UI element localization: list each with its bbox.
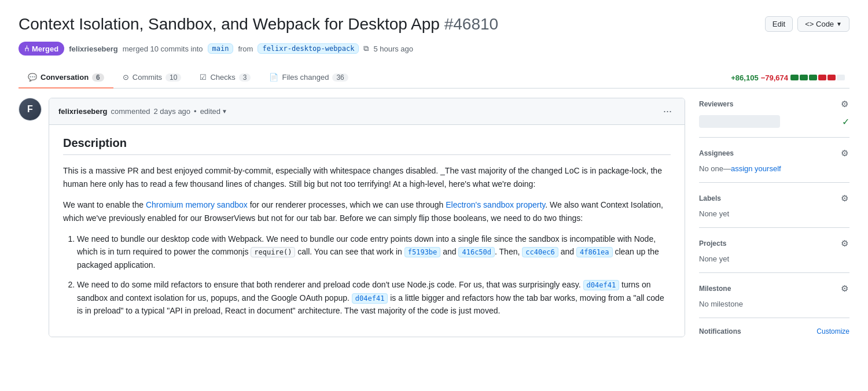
assign-yourself-link[interactable]: assign yourself [731, 164, 781, 173]
content-layout: F felixrieseberg commented 2 days ago • … [19, 98, 849, 345]
description-p2: We want to enable the Chromium memory sa… [63, 198, 671, 224]
edited-dropdown[interactable]: edited ▼ [200, 107, 227, 116]
merged-badge: ⑃ Merged [19, 42, 64, 56]
more-options-button[interactable]: ··· [660, 104, 675, 119]
milestone-value: No milestone [699, 300, 849, 308]
sidebar-projects-header: Projects ⚙ [699, 237, 849, 250]
head-branch-tag[interactable]: felixr-desktop-webpack [258, 43, 359, 54]
diff-bar [790, 75, 845, 80]
comment-body: Description This is a massive PR and bes… [49, 125, 685, 337]
chromium-sandbox-link[interactable]: Chromium memory sandbox [146, 200, 248, 209]
sidebar: Reviewers ⚙ ✓ Assignees ⚙ No one—assign … [699, 98, 849, 345]
pr-title: Context Isolation, Sandbox, and Webpack … [19, 14, 756, 35]
deletions-count: −79,674 [761, 73, 788, 82]
pr-meta-action: merged 10 commits into [123, 45, 203, 53]
description-title: Description [63, 137, 671, 155]
comment-meta-dot: • [194, 107, 197, 116]
conversation-count: 6 [92, 73, 104, 82]
labels-value: None yet [699, 209, 849, 218]
sidebar-milestone-header: Milestone ⚙ [699, 282, 849, 295]
assignees-value: No one—assign yourself [699, 164, 849, 173]
require-code: require() [251, 247, 295, 257]
diff-stats: +86,105 −79,674 [731, 73, 849, 82]
commit-416c50d[interactable]: 416c50d [458, 247, 495, 257]
list-item-2: We need to do some mild refactors to ens… [77, 278, 671, 317]
checks-count: 3 [239, 73, 251, 82]
files-count: 36 [332, 73, 348, 82]
comment-box: felixrieseberg commented 2 days ago • ed… [49, 98, 685, 337]
notifications-title: Notifications [699, 327, 741, 335]
pr-meta-author: felixrieseberg [69, 45, 118, 53]
description-p1: This is a massive PR and best enjoyed co… [63, 164, 671, 190]
diff-bar-seg-1 [790, 75, 799, 80]
diff-bar-seg-3 [809, 75, 817, 80]
sidebar-notifications: Notifications Customize [699, 318, 849, 345]
assignees-title: Assignees [699, 149, 734, 157]
sidebar-reviewers: Reviewers ⚙ ✓ [699, 98, 849, 138]
tab-files-label: Files changed [282, 73, 329, 82]
header-actions: Edit <> Code ▼ [765, 16, 849, 32]
sidebar-reviewers-header: Reviewers ⚙ [699, 98, 849, 110]
no-one-text: No one— [699, 164, 731, 173]
tab-checks[interactable]: ☑ Checks 3 [190, 67, 260, 88]
comment-author[interactable]: felixrieseberg [58, 107, 108, 116]
comment-header: felixrieseberg commented 2 days ago • ed… [49, 98, 685, 125]
chevron-down-icon: ▼ [222, 108, 227, 115]
pr-number: #46810 [444, 15, 498, 33]
sidebar-labels-header: Labels ⚙ [699, 192, 849, 205]
additions-count: +86,105 [731, 73, 758, 82]
merged-label: Merged [32, 45, 58, 53]
comment-time: 2 days ago [153, 107, 190, 116]
pr-author-name: felixrieseberg [69, 45, 118, 53]
commit-cc40ec6[interactable]: cc40ec6 [522, 247, 558, 257]
projects-gear-button[interactable]: ⚙ [840, 237, 849, 250]
checks-icon: ☑ [200, 73, 207, 82]
sidebar-projects: Projects ⚙ None yet [699, 228, 849, 273]
labels-gear-button[interactable]: ⚙ [840, 192, 849, 205]
edited-label: edited [200, 107, 220, 116]
tab-conversation[interactable]: 💬 Conversation 6 [19, 67, 113, 88]
comment-action: commented [111, 107, 150, 116]
commits-count: 10 [165, 73, 181, 82]
main-content: F felixrieseberg commented 2 days ago • … [19, 98, 685, 345]
base-branch-tag[interactable]: main [208, 43, 234, 54]
pr-time: 5 hours ago [373, 45, 413, 53]
commit-d04ef41-1[interactable]: d04ef41 [583, 280, 620, 290]
projects-title: Projects [699, 239, 726, 248]
avatar: F [19, 98, 42, 121]
sidebar-assignees-header: Assignees ⚙ [699, 147, 849, 160]
tab-checks-label: Checks [210, 73, 235, 82]
reviewer-row: ✓ [699, 115, 849, 128]
commit-4f861ea[interactable]: 4f861ea [576, 247, 613, 257]
tab-conversation-label: Conversation [41, 73, 89, 82]
tab-commits-label: Commits [133, 73, 162, 82]
merge-icon: ⑃ [24, 44, 29, 53]
milestone-gear-button[interactable]: ⚙ [840, 282, 849, 295]
copy-icon[interactable]: ⧉ [363, 44, 369, 53]
electron-sandbox-link[interactable]: Electron's sandbox property [446, 200, 545, 209]
sidebar-milestone: Milestone ⚙ No milestone [699, 273, 849, 318]
reviewer-placeholder [699, 115, 780, 128]
pr-tabs: 💬 Conversation 6 ⊙ Commits 10 ☑ Checks 3… [19, 67, 849, 88]
projects-value: None yet [699, 254, 849, 263]
tab-commits[interactable]: ⊙ Commits 10 [113, 67, 191, 88]
conversation-icon: 💬 [28, 73, 37, 82]
chevron-down-icon: ▼ [836, 21, 842, 27]
files-icon: 📄 [269, 73, 278, 82]
customize-link[interactable]: Customize [816, 327, 849, 335]
tab-files-changed[interactable]: 📄 Files changed 36 [260, 67, 357, 88]
avatar-image: F [19, 98, 41, 120]
labels-title: Labels [699, 194, 721, 202]
reviewers-gear-button[interactable]: ⚙ [840, 98, 849, 110]
diff-bar-seg-2 [800, 75, 808, 80]
commit-d04ef41-2[interactable]: d04ef41 [352, 293, 388, 304]
assignees-gear-button[interactable]: ⚙ [840, 147, 849, 160]
sidebar-labels: Labels ⚙ None yet [699, 183, 849, 228]
list-item-1: We need to bundle our desktop code with … [77, 233, 671, 271]
description-list: We need to bundle our desktop code with … [63, 233, 671, 317]
comment-header-left: felixrieseberg commented 2 days ago • ed… [58, 107, 227, 116]
edit-button[interactable]: Edit [765, 16, 793, 32]
commit-f5193be[interactable]: f5193be [404, 247, 441, 257]
code-button-label: <> Code [805, 20, 834, 28]
code-button[interactable]: <> Code ▼ [797, 16, 849, 32]
